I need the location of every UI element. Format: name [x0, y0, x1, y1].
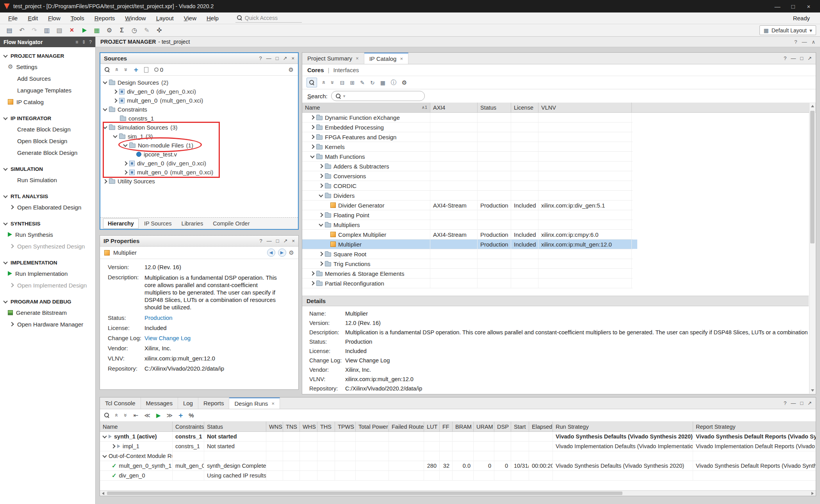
chevron-right-icon[interactable] [310, 144, 314, 149]
detail-status-link[interactable]: Production [345, 339, 372, 345]
chevron-right-icon[interactable] [319, 164, 323, 168]
minimize-icon[interactable]: — [802, 39, 807, 45]
chevron-down-icon[interactable] [103, 106, 107, 111]
chevron-right-icon[interactable] [319, 252, 323, 256]
chevron-down-icon[interactable] [102, 434, 107, 438]
tab-project-summary[interactable]: Project Summary× [302, 53, 364, 64]
chevron-down-icon[interactable] [113, 133, 117, 138]
chevron-right-icon[interactable] [310, 135, 314, 139]
column-axi4[interactable]: AXI4 [430, 103, 478, 112]
chevron-right-icon[interactable] [310, 125, 314, 129]
catalog-row-divider-generator[interactable]: Divider GeneratorAXI4-StreamProductionIn… [302, 201, 633, 210]
column-tpws[interactable]: TPWS [335, 422, 356, 431]
nav-language-templates[interactable]: Language Templates [0, 84, 95, 96]
expand-collapse-icon[interactable]: ⇕ [82, 39, 86, 45]
chevron-right-icon[interactable] [113, 98, 117, 103]
run-row-synth-1[interactable]: synth_1 (active) constrs_1 Not started V… [100, 432, 816, 442]
tab-libraries[interactable]: Libraries [177, 219, 208, 228]
chevron-right-icon[interactable] [123, 170, 127, 174]
close-icon[interactable]: × [271, 401, 275, 406]
nav-open-block-design[interactable]: Open Block Design [0, 135, 95, 147]
chevron-right-icon[interactable] [319, 183, 323, 188]
minimize-icon[interactable]: — [266, 55, 271, 61]
detail-change-log-link[interactable]: View Change Log [345, 357, 390, 364]
run-icon[interactable]: ▶ [156, 412, 161, 419]
column-ths[interactable]: THS [317, 422, 335, 431]
float-icon[interactable]: □ [800, 400, 803, 406]
maximize-button[interactable]: □ [786, 1, 800, 11]
nav-add-sources[interactable]: Add Sources [0, 73, 95, 84]
chevron-right-icon[interactable] [310, 281, 314, 285]
menu-help[interactable]: Help [201, 14, 224, 23]
step-back-icon[interactable]: ⇤ [134, 412, 139, 419]
column-failed-routes[interactable]: Failed Routes [389, 422, 424, 431]
copy-icon[interactable]: ▥ [41, 25, 52, 35]
column-name[interactable]: Name [100, 422, 173, 431]
scrollbar-thumb[interactable] [107, 492, 622, 495]
tree-item-sim-mult-gen[interactable]: mult_gen_0 (mult_gen_0.xci) [100, 168, 298, 177]
maximize-icon[interactable]: ↗ [808, 55, 812, 61]
chevron-down-icon[interactable] [123, 142, 127, 147]
minimize-icon[interactable]: — [791, 55, 796, 61]
tab-reports[interactable]: Reports [198, 398, 230, 409]
run-row-mult-gen-synth[interactable]: ✓mult_gen_0_synth_1 mult_gen_0 synth_des… [100, 461, 816, 471]
chevron-down-icon[interactable] [102, 453, 107, 458]
maximize-icon[interactable]: ↗ [283, 238, 288, 244]
nav-create-block-design[interactable]: Create Block Design [0, 123, 95, 135]
nav-settings[interactable]: ⚙Settings [0, 61, 95, 73]
tree-item-simulation-sources[interactable]: Simulation Sources (3) [100, 123, 298, 132]
menu-reports[interactable]: Reports [89, 14, 120, 23]
minimize-icon[interactable]: — [791, 400, 796, 406]
tools-icon[interactable]: ✜ [154, 25, 165, 35]
column-status[interactable]: Status [478, 103, 511, 112]
chevron-right-icon[interactable] [319, 174, 323, 178]
help-icon[interactable]: ? [259, 238, 262, 244]
column-elapsed[interactable]: Elapsed [529, 422, 553, 431]
help-icon[interactable]: ? [784, 400, 786, 406]
nav-open-elaborated-design[interactable]: Open Elaborated Design [0, 201, 95, 213]
column-uram[interactable]: URAM [474, 422, 494, 431]
create-run-icon[interactable]: + [178, 412, 183, 419]
table-view-icon[interactable]: ▦ [380, 80, 385, 86]
tab-tcl-console[interactable]: Tcl Console [100, 398, 141, 409]
catalog-search-input[interactable]: ▾ [331, 91, 425, 101]
chevron-down-icon[interactable] [319, 193, 323, 197]
catalog-row-memories-storage[interactable]: Memories & Storage Elements [302, 269, 633, 279]
help-icon[interactable]: ? [784, 55, 786, 61]
file-icon[interactable] [144, 67, 148, 73]
catalog-row-multiplier-selected[interactable]: MultiplierProductionIncludedxilinx.com:i… [302, 240, 633, 249]
customize-icon[interactable]: ✎ [360, 80, 365, 86]
chevron-right-icon[interactable] [9, 322, 14, 326]
rewind-icon[interactable]: ≪ [144, 412, 150, 419]
search-icon[interactable] [307, 78, 317, 87]
expand-all-icon[interactable]: » [123, 413, 129, 417]
nav-generate-block-design[interactable]: Generate Block Design [0, 147, 95, 158]
save-icon[interactable]: ▤ [4, 25, 15, 35]
catalog-row-fpga-features[interactable]: FPGA Features and Design [302, 132, 633, 142]
column-constraints[interactable]: Constraints [173, 422, 204, 431]
menu-window[interactable]: Window [120, 14, 151, 23]
scrollbar-thumb[interactable] [810, 111, 815, 243]
redo-icon[interactable]: ↷ [29, 25, 40, 35]
sum-icon[interactable]: Σ [116, 25, 127, 35]
menu-view[interactable]: View [179, 14, 201, 23]
run-row-impl-1[interactable]: impl_1 constrs_1 Not started Vivado Impl… [100, 442, 816, 451]
undo-icon[interactable]: ↶ [16, 25, 27, 35]
help-icon[interactable]: ? [89, 39, 92, 45]
chevron-down-icon[interactable] [319, 222, 323, 226]
messages-badge[interactable]: 0 [154, 66, 163, 73]
view-interfaces[interactable]: Interfaces [333, 67, 359, 73]
sort-ascending-icon[interactable]: ∧1 [422, 105, 427, 110]
maximize-icon[interactable]: ↗ [808, 400, 812, 406]
tab-ip-catalog[interactable]: IP Catalog× [364, 53, 408, 64]
search-icon[interactable] [105, 67, 110, 72]
menu-flow[interactable]: Flow [43, 14, 66, 23]
nav-open-implemented-design[interactable]: Open Implemented Design [0, 279, 95, 291]
edit-icon[interactable]: ✎ [141, 25, 152, 35]
catalog-row-floating-point[interactable]: Floating Point [302, 210, 633, 220]
menu-tools[interactable]: Tools [66, 14, 89, 23]
search-icon[interactable] [104, 413, 109, 418]
tree-item-ipcore-test[interactable]: ipcore_test.v [100, 150, 298, 159]
tree-item-constrs-1[interactable]: constrs_1 [100, 114, 298, 123]
scroll-right-icon[interactable] [809, 491, 816, 496]
